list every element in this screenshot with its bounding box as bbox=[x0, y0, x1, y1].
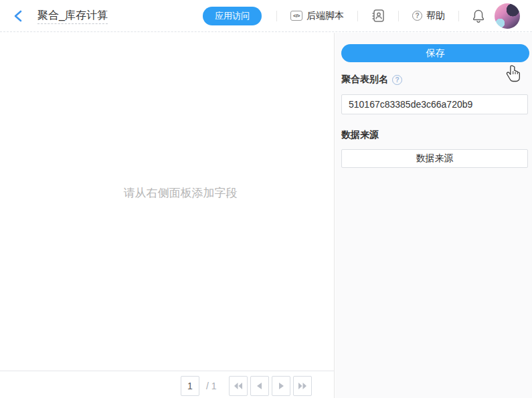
double-chevron-left-icon bbox=[234, 383, 242, 389]
help-button[interactable]: ? 帮助 bbox=[412, 10, 445, 22]
data-source-button[interactable]: 数据来源 bbox=[341, 149, 528, 168]
chevron-right-icon bbox=[278, 383, 284, 389]
help-icon: ? bbox=[412, 11, 422, 21]
prev-page-button[interactable] bbox=[250, 376, 269, 396]
alias-help-icon[interactable]: ? bbox=[392, 75, 402, 85]
next-page-button[interactable] bbox=[272, 376, 290, 396]
page-title[interactable]: 聚合_库存计算 bbox=[37, 9, 108, 23]
notifications-button[interactable] bbox=[472, 9, 485, 23]
contacts-button[interactable] bbox=[371, 9, 385, 23]
header-divider bbox=[357, 11, 358, 21]
aggregate-canvas: 请从右侧面板添加字段 bbox=[0, 33, 335, 371]
page-total-label: / 1 bbox=[206, 381, 221, 391]
save-button[interactable]: 保存 bbox=[341, 44, 529, 62]
top-header: 聚合_库存计算 应用访问 </> 后端脚本 ? 帮助 bbox=[0, 0, 532, 32]
header-divider bbox=[398, 11, 399, 21]
bell-icon bbox=[472, 9, 485, 23]
settings-panel: 保存 聚合表别名 ? 数据来源 数据来源 bbox=[335, 33, 532, 398]
app-access-button[interactable]: 应用访问 bbox=[203, 7, 262, 25]
code-icon: </> bbox=[290, 11, 302, 21]
backend-script-button[interactable]: </> 后端脚本 bbox=[290, 10, 344, 22]
page-number-input[interactable]: 1 bbox=[181, 376, 199, 396]
user-avatar[interactable] bbox=[495, 3, 520, 29]
header-divider bbox=[276, 11, 277, 21]
backend-script-label: 后端脚本 bbox=[306, 10, 344, 22]
alias-label: 聚合表别名 bbox=[341, 74, 388, 86]
header-divider bbox=[458, 11, 459, 21]
data-source-label: 数据来源 bbox=[341, 129, 379, 141]
help-label: 帮助 bbox=[426, 10, 445, 22]
alias-label-row: 聚合表别名 ? bbox=[341, 74, 528, 86]
back-button[interactable] bbox=[13, 8, 27, 24]
pagination: 1 / 1 bbox=[181, 376, 312, 396]
chevron-left-icon bbox=[13, 10, 23, 22]
empty-canvas-hint: 请从右侧面板添加字段 bbox=[27, 185, 334, 201]
canvas-footer: 1 / 1 bbox=[0, 371, 335, 398]
alias-input[interactable] bbox=[341, 94, 528, 114]
last-page-button[interactable] bbox=[293, 376, 312, 396]
app-window: 聚合_库存计算 应用访问 </> 后端脚本 ? 帮助 bbox=[0, 0, 532, 398]
address-book-icon bbox=[371, 9, 385, 23]
source-label-row: 数据来源 bbox=[341, 129, 528, 141]
double-chevron-right-icon bbox=[298, 383, 306, 389]
chevron-left-icon bbox=[257, 383, 262, 389]
page-title-text: 聚合_库存计算 bbox=[37, 9, 108, 24]
first-page-button[interactable] bbox=[229, 376, 248, 396]
